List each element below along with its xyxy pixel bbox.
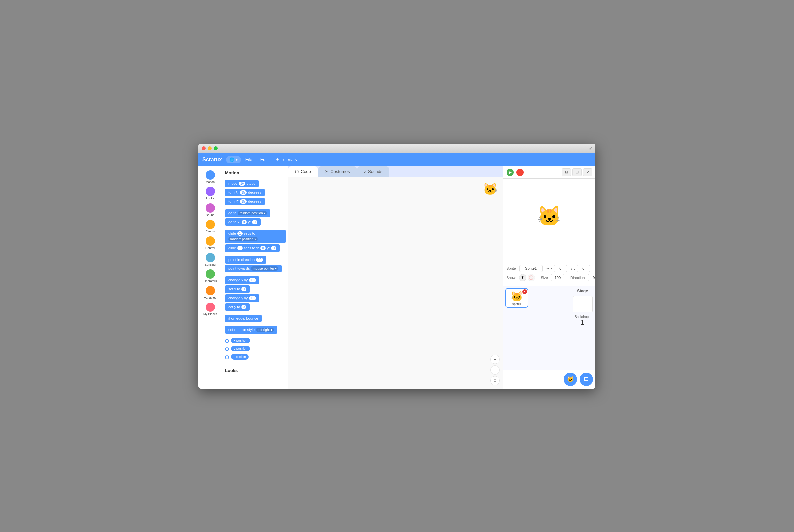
block-turn-ccw[interactable]: turn ↺ 15 degrees bbox=[225, 198, 265, 205]
motion-dot bbox=[206, 170, 215, 179]
palette-header: Motion bbox=[225, 169, 285, 176]
tab-costumes[interactable]: ✂ Costumes bbox=[318, 166, 357, 176]
bottom-buttons-bar: 🐱 🖼 bbox=[503, 370, 595, 388]
direction-input[interactable] bbox=[588, 274, 595, 281]
events-dot bbox=[206, 220, 215, 229]
block-bounce[interactable]: if on edge, bounce bbox=[225, 315, 262, 322]
block-rotation-style[interactable]: set rotation style left-right ▾ bbox=[225, 326, 277, 334]
sidebar-item-motion[interactable]: Motion bbox=[200, 169, 221, 185]
sidebar-item-looks[interactable]: Looks bbox=[200, 186, 221, 201]
block-glide-random[interactable]: glide 1 secs to random position ▾ bbox=[225, 230, 285, 243]
sensing-dot bbox=[206, 253, 215, 262]
sound-label: Sound bbox=[206, 213, 215, 216]
control-label: Control bbox=[205, 246, 215, 250]
costumes-label: Costumes bbox=[331, 169, 350, 174]
expand-icon: ⤢ bbox=[589, 146, 592, 151]
sprite-thumb-sprite1[interactable]: ✕ 🐱 Sprite1 bbox=[505, 288, 528, 308]
main-window: ⤢ Scratux 🌐 ▾ File Edit ✦ Tutorials Moti… bbox=[199, 144, 595, 388]
tutorials-button[interactable]: ✦ Tutorials bbox=[272, 156, 300, 163]
section-divider bbox=[225, 364, 285, 364]
block-change-x[interactable]: change x by 10 bbox=[225, 277, 259, 284]
x-coord-group: ↔ x bbox=[546, 265, 567, 272]
y-position-checkbox[interactable] bbox=[225, 347, 229, 351]
close-button[interactable] bbox=[202, 147, 206, 150]
sprite-info-row-2: Show 👁 🚫 Size Direction bbox=[506, 274, 592, 281]
fullscreen-button[interactable]: ⤢ bbox=[583, 168, 592, 176]
block-categories: Motion Looks Sound Events Control Sensin… bbox=[199, 166, 222, 388]
x-position-checkbox[interactable] bbox=[225, 339, 229, 343]
block-move[interactable]: move 10 steps bbox=[225, 180, 259, 188]
y-label: y bbox=[574, 266, 576, 270]
reporter-dir-row: direction bbox=[225, 354, 285, 361]
sidebar-item-sound[interactable]: Sound bbox=[200, 202, 221, 218]
stage-mini-preview[interactable] bbox=[573, 296, 592, 312]
add-sprite-button[interactable]: 🐱 bbox=[564, 373, 577, 386]
block-direction[interactable]: direction bbox=[231, 354, 249, 360]
zoom-controls: + − ⊡ bbox=[490, 355, 500, 385]
sensing-label: Sensing bbox=[205, 263, 216, 266]
block-point-direction[interactable]: point in direction 90 bbox=[225, 256, 266, 264]
sprite-info-panel: Sprite ↔ x ↕ y Show bbox=[503, 262, 595, 286]
sprite-thumb-label: Sprite1 bbox=[512, 302, 522, 305]
y-input[interactable] bbox=[577, 265, 590, 272]
block-glide-xy[interactable]: glide 1 secs to x: 0 y: 0 bbox=[225, 244, 280, 252]
maximize-button[interactable] bbox=[214, 147, 218, 150]
sidebar-item-operators[interactable]: Operators bbox=[200, 268, 221, 284]
tabs-area: ⬡ Code ✂ Costumes ♪ Sounds 🐱 + − bbox=[289, 166, 503, 388]
zoom-reset-button[interactable]: ⊡ bbox=[490, 376, 500, 385]
zoom-out-button[interactable]: − bbox=[490, 365, 500, 375]
updown-icon: ↕ bbox=[570, 266, 572, 270]
block-palette: Motion move 10 steps turn ↻ 15 degrees t… bbox=[222, 166, 289, 388]
block-point-towards[interactable]: point towards mouse-pointer ▾ bbox=[225, 265, 281, 272]
block-turn-cw[interactable]: turn ↻ 15 degrees bbox=[225, 189, 265, 196]
file-menu[interactable]: File bbox=[242, 156, 256, 163]
green-flag-button[interactable]: ▶ bbox=[506, 169, 514, 176]
block-goto-random[interactable]: go to random position ▾ bbox=[225, 209, 270, 217]
sidebar-item-control[interactable]: Control bbox=[200, 235, 221, 251]
sidebar-item-events[interactable]: Events bbox=[200, 218, 221, 234]
operators-dot bbox=[206, 269, 215, 279]
sidebar-item-sensing[interactable]: Sensing bbox=[200, 252, 221, 267]
app-logo: Scratux bbox=[202, 157, 222, 163]
edit-menu[interactable]: Edit bbox=[257, 156, 271, 163]
normal-stage-button[interactable]: ⊟ bbox=[572, 168, 581, 176]
tab-sounds[interactable]: ♪ Sounds bbox=[357, 166, 389, 176]
show-hidden-button[interactable]: 🚫 bbox=[528, 274, 535, 281]
tutorials-icon: ✦ bbox=[276, 157, 279, 162]
block-goto-xy[interactable]: go to x: 0 y: 0 bbox=[225, 218, 261, 226]
direction-checkbox[interactable] bbox=[225, 356, 229, 359]
scratch-cat-thumbnail: 🐱 bbox=[483, 182, 498, 196]
globe-icon: 🌐 bbox=[229, 157, 234, 162]
backdrops-count: 1 bbox=[580, 319, 584, 326]
events-label: Events bbox=[206, 230, 215, 233]
globe-chevron: ▾ bbox=[236, 157, 238, 162]
tab-code[interactable]: ⬡ Code bbox=[289, 166, 318, 176]
code-area[interactable]: 🐱 + − ⊡ bbox=[289, 177, 503, 388]
show-visible-button[interactable]: 👁 bbox=[519, 274, 527, 281]
language-button[interactable]: 🌐 ▾ bbox=[226, 156, 241, 163]
sidebar-item-myblocks[interactable]: My Blocks bbox=[200, 301, 221, 317]
sprite-list: ✕ 🐱 Sprite1 bbox=[503, 286, 569, 370]
stage-sprite-cat: 🐱 bbox=[537, 204, 562, 228]
sprite-delete-button[interactable]: ✕ bbox=[522, 289, 527, 294]
block-change-y[interactable]: change y by 10 bbox=[225, 294, 259, 302]
block-x-position[interactable]: x position bbox=[231, 338, 250, 343]
block-set-y[interactable]: set y to 0 bbox=[225, 303, 250, 311]
title-bar: ⤢ bbox=[199, 144, 595, 153]
looks-dot bbox=[206, 187, 215, 196]
block-y-position[interactable]: y position bbox=[231, 346, 250, 352]
sprite-thumb-icon: 🐱 bbox=[511, 291, 523, 302]
sprite-name-input[interactable] bbox=[519, 265, 542, 272]
block-set-x[interactable]: set x to 0 bbox=[225, 285, 250, 293]
show-label: Show bbox=[506, 276, 516, 280]
myblocks-label: My Blocks bbox=[203, 312, 217, 316]
size-input[interactable] bbox=[551, 274, 565, 281]
control-dot bbox=[206, 236, 215, 246]
minimize-button[interactable] bbox=[208, 147, 212, 150]
x-input[interactable] bbox=[554, 265, 567, 272]
zoom-in-button[interactable]: + bbox=[490, 355, 500, 364]
small-stage-button[interactable]: ⊡ bbox=[562, 168, 571, 176]
add-backdrop-button[interactable]: 🖼 bbox=[579, 373, 593, 386]
sidebar-item-variables[interactable]: Variables bbox=[200, 285, 221, 301]
stop-button[interactable] bbox=[516, 169, 524, 176]
